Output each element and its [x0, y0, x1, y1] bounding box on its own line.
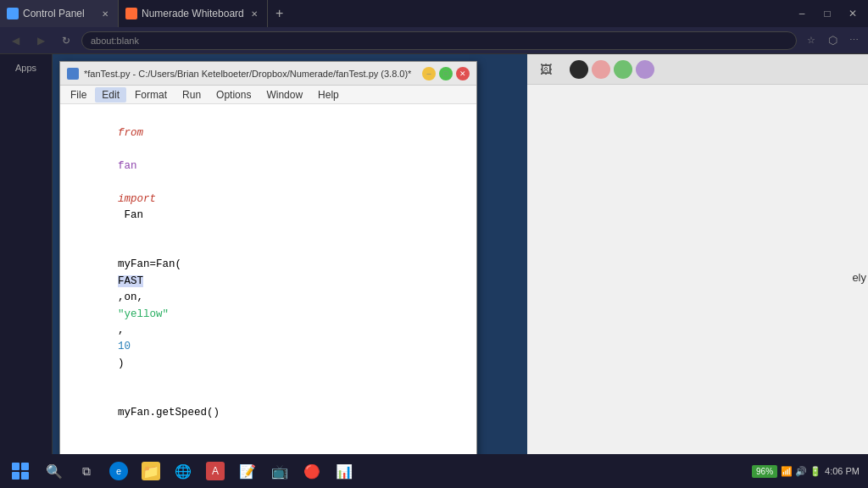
file-explorer-icon: 📁: [142, 462, 160, 480]
taskbar-app9-button[interactable]: 🔴: [297, 456, 327, 486]
task-view-icon: ⧉: [77, 462, 96, 480]
editor-titlebar: *fanTest.py - C:/Users/Brian Ketelboeter…: [60, 62, 476, 86]
menu-run[interactable]: Run: [175, 87, 208, 103]
whiteboard-panel: 🖼 ely: [527, 54, 868, 454]
apps-label: Apps: [15, 63, 36, 73]
editor-menubar: File Edit Format Run Options Window Help: [60, 86, 476, 104]
app9-icon: 🔴: [303, 462, 321, 480]
taskbar-edge-button[interactable]: e: [103, 456, 134, 486]
editor-close-button[interactable]: ✕: [456, 67, 470, 80]
image-icon: 🖼: [540, 63, 552, 76]
close-browser-button[interactable]: ✕: [841, 2, 865, 25]
windows-logo-icon: [12, 463, 29, 480]
numerade-tab-icon: [125, 8, 137, 19]
app8-icon: 📺: [270, 462, 289, 480]
editor-maximize-button[interactable]: □: [439, 67, 453, 80]
whiteboard-text: ely: [852, 271, 866, 284]
color-pink-button[interactable]: [592, 60, 610, 79]
forward-button[interactable]: ▶: [31, 30, 51, 51]
python-icon: [67, 68, 79, 80]
color-palette: [570, 60, 654, 79]
taskbar-search-button[interactable]: 🔍: [39, 456, 70, 486]
taskbar-taskview-button[interactable]: ⧉: [71, 456, 102, 486]
window-controls: – □ ✕: [790, 2, 868, 25]
app6-icon: A: [206, 462, 225, 480]
code-line-2: myFan=Fan( FAST ,on, "yellow" , 10 ): [67, 241, 470, 388]
taskbar-pinned-apps: 🔍 ⧉ e 📁 🌐 A 📝 📺 🔴 📊: [39, 456, 359, 486]
browser-tabs-bar: Control Panel ✕ Numerade Whiteboard ✕ + …: [0, 0, 868, 27]
taskbar-explorer-button[interactable]: 📁: [136, 456, 166, 486]
close-tab1-button[interactable]: ✕: [99, 8, 111, 19]
battery-status: 96%: [752, 465, 777, 478]
browser-toolbar-icons: ☆ ⬡ ⋯: [802, 31, 863, 50]
system-notification-icons: 📶 🔊 🔋: [781, 466, 821, 477]
color-green-button[interactable]: [614, 60, 632, 79]
taskbar-app10-button[interactable]: 📊: [329, 456, 359, 486]
network-icon[interactable]: 📶: [781, 466, 793, 477]
code-line-3: myFan.getSpeed(): [67, 388, 470, 437]
system-clock[interactable]: 4:06 PM: [825, 466, 860, 476]
clock-time: 4:06 PM: [825, 466, 860, 476]
whiteboard-drawing-area[interactable]: ely: [527, 85, 868, 454]
menu-help[interactable]: Help: [311, 87, 346, 103]
address-text: about:blank: [91, 36, 139, 46]
chrome-icon: 🌐: [174, 462, 192, 480]
minimize-browser-button[interactable]: –: [790, 2, 814, 25]
code-editor-body[interactable]: from fan import Fan myFan=Fan( FAST ,on,…: [60, 104, 476, 488]
code-line-1: from fan import Fan: [67, 109, 470, 241]
color-black-button[interactable]: [570, 60, 588, 79]
app7-icon: 📝: [238, 462, 257, 480]
image-tool-button[interactable]: 🖼: [534, 58, 558, 81]
menu-format[interactable]: Format: [128, 87, 174, 103]
taskbar-system-tray: 96% 📶 🔊 🔋 4:06 PM: [752, 465, 863, 478]
numerade-tab-label: Numerade Whiteboard: [142, 8, 244, 19]
taskbar-chrome-button[interactable]: 🌐: [168, 456, 198, 486]
refresh-button[interactable]: ↻: [56, 30, 76, 51]
maximize-browser-button[interactable]: □: [815, 2, 839, 25]
control-panel-tab-label: Control Panel: [23, 8, 85, 19]
editor-title: *fanTest.py - C:/Users/Brian Ketelboeter…: [84, 69, 417, 79]
tab-numerade-whiteboard[interactable]: Numerade Whiteboard ✕: [119, 0, 268, 27]
star-icon[interactable]: ☆: [802, 31, 821, 50]
app10-icon: 📊: [335, 462, 353, 480]
whiteboard-toolbar: 🖼: [527, 54, 868, 85]
menu-options[interactable]: Options: [209, 87, 258, 103]
main-content-area: *fanTest.py - C:/Users/Brian Ketelboeter…: [53, 54, 868, 454]
new-tab-icon: +: [275, 6, 283, 21]
browser-navigation-bar: ◀ ▶ ↻ about:blank ☆ ⬡ ⋯: [0, 27, 868, 54]
tab-control-panel[interactable]: Control Panel ✕: [0, 0, 119, 27]
python-editor-window: *fanTest.py - C:/Users/Brian Ketelboeter…: [59, 61, 477, 488]
color-purple-button[interactable]: [636, 60, 654, 79]
extensions-icon[interactable]: ⬡: [823, 31, 842, 50]
new-tab-button[interactable]: +: [268, 0, 292, 27]
start-button[interactable]: [5, 456, 36, 486]
menu-edit[interactable]: Edit: [95, 87, 126, 103]
editor-minimize-button[interactable]: –: [422, 67, 436, 80]
taskbar-app8-button[interactable]: 📺: [264, 456, 295, 486]
back-button[interactable]: ◀: [5, 30, 25, 51]
volume-icon[interactable]: 🔊: [795, 466, 807, 477]
edge-icon: e: [109, 462, 128, 480]
address-bar[interactable]: about:blank: [81, 31, 797, 50]
apps-sidebar: Apps: [0, 54, 53, 454]
battery-icon[interactable]: 🔋: [810, 466, 821, 477]
control-panel-icon: [7, 8, 19, 19]
settings-icon[interactable]: ⋯: [844, 31, 863, 50]
menu-file[interactable]: File: [64, 87, 93, 103]
taskbar-app6-button[interactable]: A: [200, 456, 231, 486]
taskbar-app7-button[interactable]: 📝: [232, 456, 263, 486]
close-tab2-button[interactable]: ✕: [248, 8, 260, 19]
search-icon: 🔍: [45, 462, 64, 480]
editor-window-buttons: – □ ✕: [422, 67, 470, 80]
menu-window[interactable]: Window: [259, 87, 309, 103]
windows-taskbar: 🔍 ⧉ e 📁 🌐 A 📝 📺 🔴 📊 96%: [0, 454, 868, 488]
